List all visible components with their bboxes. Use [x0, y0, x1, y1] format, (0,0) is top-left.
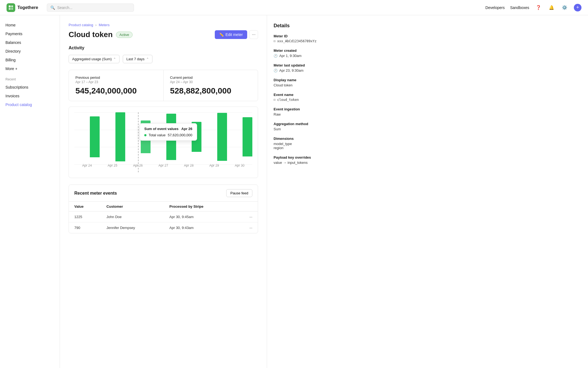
payload-key-overrides-value: value → input_tokens	[274, 161, 347, 165]
search-placeholder: Search...	[57, 5, 72, 10]
tooltip-row: Total value 57,620,000,000	[144, 133, 192, 137]
edit-meter-label: Edit meter	[225, 32, 243, 37]
event-ingestion-value: Raw	[274, 112, 347, 116]
tooltip-title: Sum of event values	[144, 127, 179, 131]
tooltip-row-value: 57,620,000,000	[168, 133, 192, 137]
main-layout: Home Payments Balances Directory Billing…	[0, 15, 588, 368]
logo-area[interactable]: Togethere	[7, 3, 38, 12]
details-panel: Details Meter ID ⊡ xxx_AbCd123456789xYz …	[267, 15, 354, 368]
breadcrumb-separator: ›	[95, 23, 96, 27]
controls-row: Aggregated usage (Sum) ⌃ Last 7 days ⌃	[69, 55, 258, 63]
breadcrumb-product-catalog[interactable]: Product catalog	[69, 23, 93, 27]
help-icon[interactable]: ❓	[535, 4, 542, 11]
sidebar-item-subscriptions[interactable]: Subscriptions	[0, 83, 60, 92]
sidebar-item-label: Product catalog	[5, 102, 32, 107]
row-more-button[interactable]: ···	[236, 222, 258, 233]
app-name: Togethere	[17, 5, 38, 10]
meter-id-label: Meter ID	[274, 34, 347, 38]
chart-x-label: Apr 26	[125, 164, 151, 167]
aggregation-method-value: Sum	[274, 127, 347, 131]
event-customer: John Doe	[101, 212, 164, 222]
chart-bar-group[interactable]	[100, 112, 125, 161]
event-processed: Apr 30, 9:43am	[164, 222, 235, 233]
sidebar-item-label: Invoices	[5, 94, 19, 98]
tooltip-row-label: Total value	[149, 133, 166, 137]
sidebar-item-home[interactable]: Home	[0, 21, 60, 29]
chart-x-label: Apr 24	[74, 164, 100, 167]
events-section: Recent meter events Pause feed Value Cus…	[69, 185, 258, 233]
chart-bar[interactable]	[90, 116, 100, 157]
dimensions-value-1: region	[274, 146, 347, 150]
chart-bar[interactable]	[243, 117, 252, 156]
title-actions: ✏️ Edit meter ···	[215, 30, 258, 39]
event-name-label: Event name	[274, 93, 347, 97]
edit-meter-button[interactable]: ✏️ Edit meter	[215, 30, 247, 39]
chart-bar[interactable]	[217, 113, 227, 161]
pause-feed-button[interactable]: Pause feed	[226, 189, 252, 197]
clock-icon: 🕐	[274, 69, 278, 73]
current-period-stat: Current period Apr 24 – Apr 30 528,882,8…	[163, 70, 258, 101]
sidebar-item-invoices[interactable]: Invoices	[0, 92, 60, 100]
header-right: Developers Sandboxes ❓ 🔔 ⚙️ +	[485, 4, 581, 11]
event-name-text: cloud_token	[277, 98, 299, 102]
sidebar-item-balances[interactable]: Balances	[0, 38, 60, 47]
event-name-group: Event name ⊡ cloud_token	[274, 93, 347, 102]
sidebar-item-product-catalog[interactable]: Product catalog	[0, 100, 60, 109]
developers-link[interactable]: Developers	[485, 5, 505, 10]
events-table-header-row: Value Customer Processed by Stripe	[69, 202, 258, 212]
activity-section-title: Activity	[69, 46, 258, 50]
search-icon: 🔍	[50, 5, 55, 10]
display-name-value: Cloud token	[274, 83, 347, 87]
sidebar-item-directory[interactable]: Directory	[0, 47, 60, 56]
chart-x-axis: Apr 24Apr 25Apr 26Apr 27Apr 28Apr 29Apr …	[74, 164, 252, 167]
sidebar-item-payments[interactable]: Payments	[0, 29, 60, 38]
payload-key-overrides-label: Payload key overrides	[274, 155, 347, 159]
table-row: 1225 John Doe Apr 30, 9:45am ···	[69, 212, 258, 222]
status-badge: Active	[116, 32, 133, 38]
aggregation-dropdown[interactable]: Aggregated usage (Sum) ⌃	[69, 55, 120, 63]
clock-icon: 🕐	[274, 54, 278, 58]
chart-bar[interactable]	[115, 112, 125, 161]
svg-rect-0	[9, 5, 11, 7]
app-logo-icon	[7, 3, 15, 12]
event-ingestion-label: Event ingestion	[274, 107, 347, 111]
sandboxes-link[interactable]: Sandboxes	[510, 5, 529, 10]
chart-container: Sum of event values Apr 26 Total value 5…	[74, 112, 252, 172]
events-table-head: Value Customer Processed by Stripe	[69, 202, 258, 212]
row-more-button[interactable]: ···	[236, 212, 258, 222]
col-actions	[236, 202, 258, 212]
current-period-label: Current period	[170, 76, 252, 80]
meter-last-updated-label: Meter last updated	[274, 63, 347, 67]
sidebar-item-billing[interactable]: Billing	[0, 56, 60, 64]
event-value: 1225	[69, 212, 101, 222]
events-section-title: Recent meter events	[74, 191, 117, 196]
chart-tooltip: Sum of event values Apr 26 Total value 5…	[140, 123, 197, 141]
meter-last-updated-group: Meter last updated 🕐 Apr 23, 9:30am	[274, 63, 347, 73]
chevron-down-icon: ⌃	[146, 57, 149, 61]
search-bar[interactable]: 🔍 Search...	[47, 4, 134, 12]
dimensions-value-0: model_type	[274, 142, 347, 146]
settings-icon[interactable]: ⚙️	[561, 4, 568, 11]
timerange-dropdown[interactable]: Last 7 days ⌃	[123, 55, 152, 63]
edit-icon: ✏️	[219, 32, 224, 37]
chart-bar-group[interactable]	[227, 112, 252, 161]
add-button[interactable]: +	[574, 4, 581, 11]
sidebar-item-more[interactable]: More +	[0, 64, 60, 73]
notifications-icon[interactable]: 🔔	[548, 4, 555, 11]
display-name-group: Display name Cloud token	[274, 78, 347, 87]
more-options-button[interactable]: ···	[249, 30, 258, 39]
tooltip-date: Apr 26	[181, 127, 192, 131]
event-customer: Jennifer Dempsey	[101, 222, 164, 233]
chart-bar-group[interactable]	[74, 112, 100, 161]
page-title-row: Cloud token Active ✏️ Edit meter ···	[69, 30, 258, 39]
svg-rect-2	[9, 8, 11, 10]
chart-bar-group[interactable]	[201, 112, 227, 161]
svg-rect-3	[11, 8, 13, 10]
previous-period-label: Previous period	[75, 76, 157, 80]
display-name-label: Display name	[274, 78, 347, 82]
breadcrumb-meters[interactable]: Meters	[99, 23, 110, 27]
sidebar-item-label: Home	[5, 23, 16, 27]
events-header: Recent meter events Pause feed	[69, 185, 258, 202]
event-ingestion-group: Event ingestion Raw	[274, 107, 347, 116]
stats-row: Previous period Apr 17 – Apr 23 545,240,…	[69, 70, 258, 101]
